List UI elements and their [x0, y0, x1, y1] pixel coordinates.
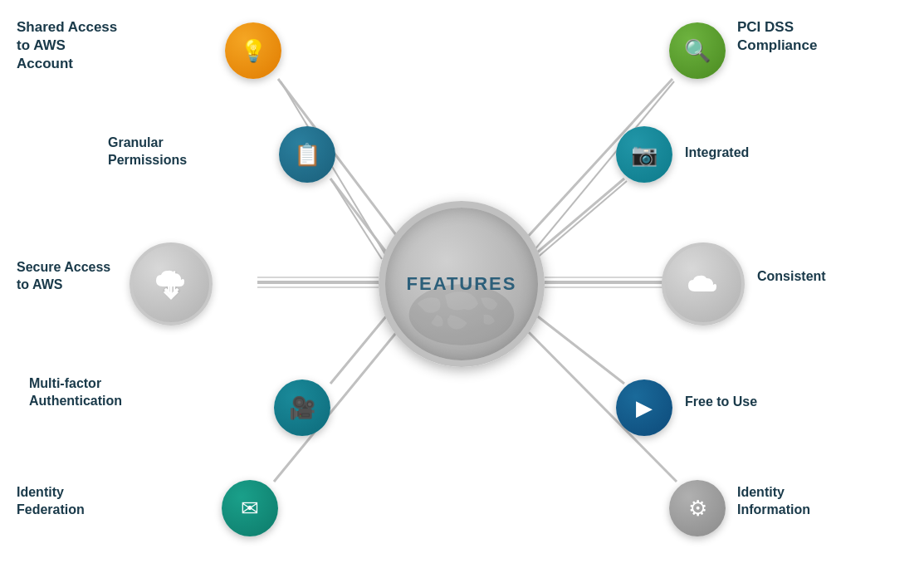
- node-gear: ⚙: [669, 480, 726, 536]
- label-secure-access: Secure Accessto AWS: [17, 259, 110, 294]
- center-label: FEATURES: [407, 273, 517, 295]
- svg-line-3: [330, 311, 390, 384]
- label-multi-factor: Multi-factorAuthentication: [29, 375, 122, 410]
- node-camera: 📷: [616, 126, 672, 183]
- node-mail: ✉: [222, 480, 278, 536]
- label-identity-fed: IdentityFederation: [17, 484, 85, 519]
- label-pci-dss: PCI DSSCompliance: [737, 18, 817, 55]
- lightbulb-icon: 💡: [240, 38, 266, 64]
- webcam-icon: 🎥: [289, 395, 315, 421]
- label-identity-info: IdentityInformation: [737, 484, 810, 519]
- gear-icon: ⚙: [688, 496, 707, 521]
- label-shared-access: Shared Accessto AWSAccount: [17, 18, 117, 73]
- node-search: 🔍: [669, 22, 726, 79]
- node-webcam: 🎥: [274, 379, 330, 436]
- label-consistent: Consistent: [757, 268, 826, 286]
- svg-line-1: [330, 179, 390, 257]
- svg-line-8: [531, 311, 624, 384]
- label-free-to-use: Free to Use: [685, 394, 757, 411]
- node-video: ▶: [616, 379, 672, 436]
- svg-line-14: [332, 181, 382, 259]
- node-document: 📋: [279, 126, 335, 183]
- mail-icon: ✉: [241, 496, 259, 521]
- features-diagram: FEATURES 💡 📋 ⇓ 🎥 ✉ 🔍 📷: [0, 0, 924, 568]
- svg-line-16: [535, 181, 627, 259]
- document-icon: 📋: [294, 142, 320, 168]
- node-download: ⇓: [130, 242, 213, 326]
- label-granular: GranularPermissions: [108, 135, 187, 169]
- label-integrated: Integrated: [685, 144, 749, 162]
- node-lightbulb: 💡: [225, 22, 281, 79]
- center-node: FEATURES: [379, 201, 545, 367]
- node-upload: [662, 242, 745, 326]
- svg-line-6: [531, 179, 624, 257]
- cloud-download-svg: [149, 267, 193, 301]
- search-icon: 🔍: [684, 38, 711, 64]
- cloud-upload-svg: [682, 267, 725, 301]
- camera-icon: 📷: [631, 142, 658, 168]
- video-icon: ▶: [636, 395, 653, 421]
